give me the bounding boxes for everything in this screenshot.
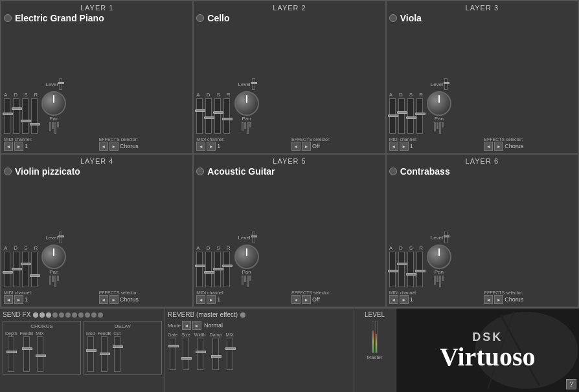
fx-dot-2[interactable] [40, 312, 45, 318]
effects-prev-4[interactable]: ◄ [99, 295, 108, 304]
midi-prev-5[interactable]: ◄ [196, 295, 205, 304]
effects-next-2[interactable]: ► [302, 142, 311, 151]
power-btn-1[interactable] [4, 14, 12, 22]
slider-r-4[interactable] [31, 252, 38, 287]
power-btn-2[interactable] [196, 14, 204, 22]
slider-d-1[interactable] [13, 98, 19, 134]
reverb-mix-slider[interactable] [227, 338, 233, 370]
effects-next-3[interactable]: ► [494, 142, 503, 151]
midi-prev-3[interactable]: ◄ [389, 142, 398, 151]
reverb-gate-slider[interactable] [170, 338, 176, 370]
slider-s-6[interactable] [407, 252, 414, 287]
level-trim-4[interactable] [59, 232, 62, 243]
slider-a-1[interactable] [4, 98, 10, 134]
midi-next-2[interactable]: ► [207, 142, 216, 151]
effects-label-5: EFFECTS selector: [291, 290, 383, 295]
chorus-depth-slider[interactable] [8, 336, 14, 372]
reverb-size-slider[interactable] [183, 338, 189, 370]
slider-r-1[interactable] [31, 98, 38, 134]
level-bar-right[interactable] [375, 321, 378, 353]
fx-dot-10[interactable] [91, 312, 96, 318]
fx-dot-7[interactable] [72, 312, 77, 318]
reverb-mix-label: MIX [225, 332, 233, 337]
help-button[interactable]: ? [566, 379, 576, 389]
reverb-toggle[interactable] [240, 312, 245, 318]
midi-next-4[interactable]: ► [14, 295, 23, 304]
midi-prev-1[interactable]: ◄ [4, 142, 13, 151]
effects-prev-6[interactable]: ◄ [484, 295, 493, 304]
fx-dot-3[interactable] [46, 312, 51, 318]
slider-a-2[interactable] [196, 98, 203, 134]
pan-mini-bars-3 [434, 122, 444, 134]
power-btn-6[interactable] [389, 168, 397, 175]
midi-prev-4[interactable]: ◄ [4, 295, 13, 304]
power-btn-4[interactable] [4, 168, 12, 175]
fx-dot-11[interactable] [98, 312, 103, 318]
slider-a-4[interactable] [4, 252, 10, 287]
slider-r-6[interactable] [416, 252, 423, 287]
fx-dot-4[interactable] [52, 312, 58, 318]
effects-next-6[interactable]: ► [494, 295, 503, 304]
midi-next-1[interactable]: ► [14, 142, 23, 151]
slider-d-4[interactable] [13, 252, 19, 287]
delay-cut-slider[interactable] [114, 336, 120, 372]
level-bar-left[interactable] [372, 321, 374, 353]
level-trim-5[interactable] [252, 232, 255, 243]
power-btn-5[interactable] [196, 168, 204, 175]
slider-a-6[interactable] [389, 252, 396, 287]
midi-next-6[interactable]: ► [400, 295, 409, 304]
level-knob-3[interactable] [427, 91, 451, 116]
level-trim-2[interactable] [252, 78, 255, 90]
slider-s-4[interactable] [22, 252, 28, 287]
midi-next-3[interactable]: ► [400, 142, 409, 151]
effects-next-4[interactable]: ► [109, 295, 119, 304]
midi-next-5[interactable]: ► [207, 295, 216, 304]
fx-dot-5[interactable] [59, 312, 64, 318]
slider-d-2[interactable] [205, 98, 212, 134]
level-knob-6[interactable] [427, 245, 451, 269]
level-knob-5[interactable] [234, 245, 259, 269]
fx-dot-8[interactable] [78, 312, 84, 318]
effects-prev-2[interactable]: ◄ [291, 142, 301, 151]
reverb-width-slider[interactable] [197, 338, 203, 370]
mode-next-btn[interactable]: ► [192, 321, 201, 330]
layer-panel-1: LAYER 1 Electric Grand Piano A D S R [1, 1, 193, 154]
effects-prev-1[interactable]: ◄ [99, 142, 108, 151]
midi-prev-6[interactable]: ◄ [389, 295, 398, 304]
chorus-mix: MIX [36, 331, 43, 372]
slider-d-6[interactable] [398, 252, 405, 287]
slider-s-1[interactable] [22, 98, 28, 134]
delay-feedb-slider[interactable] [101, 336, 108, 372]
delay-mod-slider[interactable] [87, 336, 94, 372]
slider-d-5[interactable] [205, 252, 212, 287]
fx-dot-6[interactable] [65, 312, 71, 318]
slider-d-3[interactable] [398, 98, 405, 134]
slider-a-5[interactable] [196, 252, 203, 287]
slider-s-2[interactable] [214, 98, 221, 134]
level-knob-2[interactable] [234, 91, 259, 116]
effects-next-1[interactable]: ► [109, 142, 119, 151]
dsk-panel: DSK Virtuoso ? [396, 309, 580, 392]
slider-r-2[interactable] [223, 98, 230, 134]
level-knob-1[interactable] [41, 91, 66, 116]
slider-s-3[interactable] [407, 98, 414, 134]
chorus-feedb-slider[interactable] [23, 336, 30, 372]
fx-dot-1[interactable] [33, 312, 38, 318]
slider-a-3[interactable] [389, 98, 396, 134]
effects-prev-3[interactable]: ◄ [484, 142, 493, 151]
slider-s-5[interactable] [214, 252, 221, 287]
reverb-damp-slider[interactable] [212, 338, 219, 370]
level-knob-4[interactable] [41, 245, 66, 269]
level-trim-3[interactable] [444, 78, 448, 90]
power-btn-3[interactable] [389, 14, 397, 22]
slider-r-5[interactable] [223, 252, 230, 287]
level-trim-6[interactable] [444, 232, 448, 243]
fx-dot-9[interactable] [85, 312, 90, 318]
mode-prev-btn[interactable]: ◄ [182, 321, 191, 330]
chorus-mix-slider[interactable] [37, 336, 43, 372]
level-trim-1[interactable] [59, 78, 62, 90]
effects-next-5[interactable]: ► [302, 295, 311, 304]
slider-r-3[interactable] [416, 98, 423, 134]
effects-prev-5[interactable]: ◄ [291, 295, 301, 304]
midi-prev-2[interactable]: ◄ [196, 142, 205, 151]
